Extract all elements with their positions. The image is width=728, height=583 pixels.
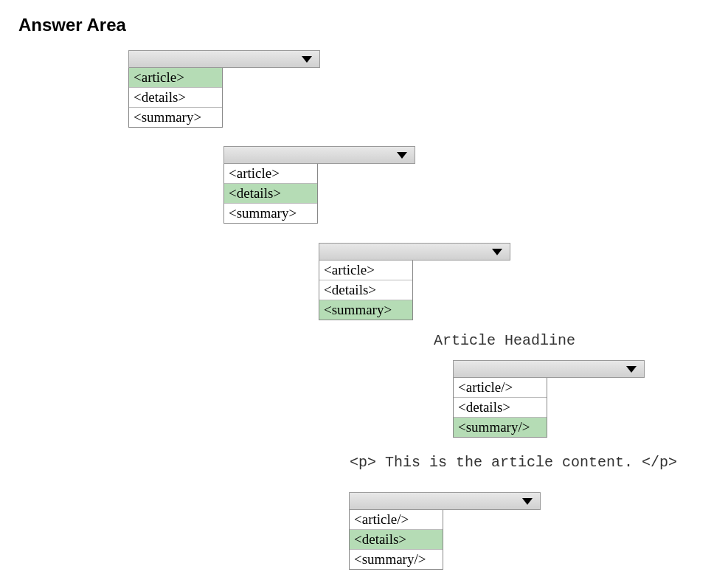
dropdown-block-1: <article> <details> <summary> bbox=[128, 50, 320, 128]
chevron-down-icon bbox=[626, 366, 637, 373]
dropdown-bar-1[interactable] bbox=[128, 50, 320, 68]
headline-text: Article Headline bbox=[434, 332, 575, 349]
option-list-3: <article> <details> <summary> bbox=[319, 261, 413, 320]
option-article[interactable]: <article> bbox=[319, 261, 412, 280]
option-summary[interactable]: <summary> bbox=[319, 300, 412, 320]
option-list-2: <article> <details> <summary> bbox=[223, 164, 318, 224]
dropdown-bar-4[interactable] bbox=[453, 360, 645, 378]
option-list-1: <article> <details> <summary> bbox=[128, 68, 223, 128]
option-details[interactable]: <details> bbox=[224, 184, 317, 204]
chevron-down-icon bbox=[522, 498, 533, 505]
option-summary-close[interactable]: <summary/> bbox=[350, 550, 443, 569]
dropdown-block-3: <article> <details> <summary> bbox=[319, 243, 510, 320]
dropdown-block-4: <article/> <details> <summary/> bbox=[453, 360, 645, 438]
option-list-4: <article/> <details> <summary/> bbox=[453, 378, 547, 438]
dropdown-block-2: <article> <details> <summary> bbox=[223, 146, 415, 224]
paragraph-text: <p> This is the article content. </p> bbox=[350, 454, 677, 471]
option-article[interactable]: <article> bbox=[129, 68, 222, 88]
page-title: Answer Area bbox=[18, 15, 713, 35]
option-list-5: <article/> <details> <summary/> bbox=[349, 510, 443, 570]
option-article[interactable]: <article> bbox=[224, 164, 317, 184]
option-summary[interactable]: <summary> bbox=[224, 204, 317, 223]
option-details[interactable]: <details> bbox=[129, 88, 222, 108]
chevron-down-icon bbox=[492, 249, 502, 255]
option-details[interactable]: <details> bbox=[350, 530, 443, 550]
dropdown-block-5: <article/> <details> <summary/> bbox=[349, 492, 541, 570]
dropdown-bar-2[interactable] bbox=[223, 146, 415, 164]
option-details[interactable]: <details> bbox=[319, 280, 412, 300]
option-article-close[interactable]: <article/> bbox=[454, 378, 547, 398]
dropdown-bar-5[interactable] bbox=[349, 492, 541, 510]
option-summary[interactable]: <summary> bbox=[129, 108, 222, 127]
option-summary-close[interactable]: <summary/> bbox=[454, 418, 547, 437]
dropdown-bar-3[interactable] bbox=[319, 243, 510, 261]
chevron-down-icon bbox=[397, 152, 407, 159]
option-details[interactable]: <details> bbox=[454, 398, 547, 418]
chevron-down-icon bbox=[302, 56, 312, 63]
option-article-close[interactable]: <article/> bbox=[350, 510, 443, 530]
